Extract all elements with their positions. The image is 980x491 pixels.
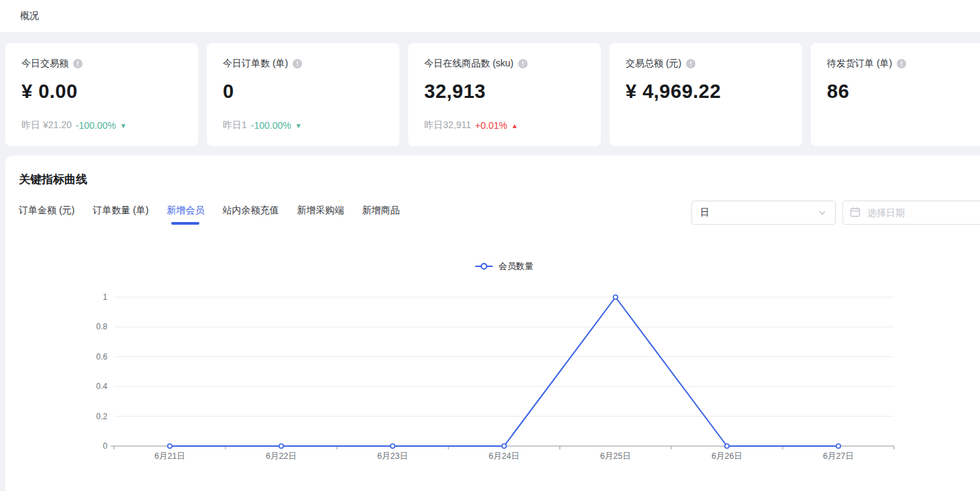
chart-point[interactable] [391, 444, 395, 448]
period-select-value: 日 [700, 207, 709, 219]
trend-down-icon: ▼ [295, 122, 302, 129]
x-axis-tick-label: 6月23日 [377, 451, 408, 461]
topbar: 概况 [0, 0, 980, 32]
calendar-icon [850, 207, 861, 217]
metric-tabs: 订单金额 (元) 订单数量 (单) 新增会员 站内余额充值 新增采购端 新增商品 [19, 205, 399, 225]
stat-card-label-row: 待发货订单 (单) ! [827, 58, 980, 70]
stat-card-label-row: 交易总额 (元) ! [626, 58, 786, 70]
x-axis-tick-label: 6月27日 [823, 451, 854, 461]
trend-change: -100.00% [76, 120, 116, 131]
x-axis-tick-label: 6月21日 [154, 451, 185, 461]
stat-cards-row: 今日交易额 ! ¥ 0.00 昨日 ¥21.20 -100.00% ▼ 今日订单… [0, 43, 980, 146]
trend-change: -100.00% [251, 120, 291, 131]
yesterday-value: 昨日1 [223, 119, 247, 131]
stat-card-value: 0 [223, 80, 383, 103]
y-axis-tick-label: 0.2 [96, 412, 107, 421]
tab-order-amount[interactable]: 订单金额 (元) [19, 205, 75, 225]
chart-legend[interactable]: 会员数量 [114, 260, 894, 272]
stat-card-pending-shipments: 待发货订单 (单) ! 86 [811, 43, 980, 146]
stat-card-today-orders: 今日订单数 (单) ! 0 昨日1 -100.00% ▼ [207, 43, 399, 146]
key-metrics-panel: 关键指标曲线 订单金额 (元) 订单数量 (单) 新增会员 站内余额充值 新增采… [5, 156, 980, 491]
tab-balance-recharge[interactable]: 站内余额充值 [222, 205, 279, 225]
stat-card-label-row: 今日在线商品数 (sku) ! [424, 58, 585, 70]
y-axis-tick-label: 0.4 [96, 382, 107, 391]
info-icon[interactable]: ! [293, 59, 302, 68]
chart-point[interactable] [614, 295, 618, 299]
info-icon[interactable]: ! [686, 59, 695, 68]
line-chart-svg: 00.20.40.60.816月21日6月22日6月23日6月24日6月25日6… [5, 285, 980, 480]
trend-row: 昨日1 -100.00% ▼ [223, 119, 383, 131]
stat-card-label: 今日在线商品数 (sku) [424, 58, 513, 70]
trend-row: 昨日32,911 +0.01% ▲ [424, 119, 585, 131]
y-axis-tick-label: 0 [103, 441, 107, 451]
tab-new-members[interactable]: 新增会员 [166, 205, 204, 225]
tab-new-purchasers[interactable]: 新增采购端 [297, 205, 344, 225]
chart-point[interactable] [168, 444, 172, 448]
section-title: 关键指标曲线 [19, 172, 87, 187]
y-axis-tick-label: 0.8 [96, 322, 107, 331]
y-axis-tick-label: 1 [103, 292, 107, 302]
page-title: 概况 [20, 10, 39, 22]
stat-card-label-row: 今日交易额 ! [21, 58, 182, 70]
tab-new-products[interactable]: 新增商品 [362, 205, 399, 225]
yesterday-value: 昨日32,911 [424, 119, 471, 131]
stat-card-label: 待发货订单 (单) [827, 58, 892, 70]
trend-change: +0.01% [475, 120, 507, 131]
series-line [170, 297, 838, 446]
tab-order-count[interactable]: 订单数量 (单) [93, 205, 148, 225]
trend-down-icon: ▼ [120, 122, 127, 129]
x-axis-tick-label: 6月26日 [712, 451, 742, 461]
stat-card-label: 今日交易额 [21, 58, 68, 70]
y-axis-tick-label: 0.6 [96, 352, 107, 362]
legend-label: 会员数量 [499, 260, 534, 272]
info-icon[interactable]: ! [73, 59, 83, 68]
trend-row: 昨日 ¥21.20 -100.00% ▼ [21, 119, 182, 131]
info-icon[interactable]: ! [518, 59, 528, 68]
stat-card-value: ¥ 4,969.22 [626, 80, 786, 103]
chevron-down-icon [818, 208, 827, 217]
chart-point[interactable] [725, 444, 729, 448]
stat-card-total-transaction: 交易总额 (元) ! ¥ 4,969.22 [609, 43, 802, 146]
stat-card-label-row: 今日订单数 (单) ! [223, 58, 383, 70]
chart-point[interactable] [279, 444, 283, 448]
yesterday-value: 昨日 ¥21.20 [21, 119, 72, 131]
chart-point[interactable] [502, 444, 506, 448]
line-chart: 00.20.40.60.816月21日6月22日6月23日6月24日6月25日6… [5, 285, 980, 480]
stat-card-today-transaction: 今日交易额 ! ¥ 0.00 昨日 ¥21.20 -100.00% ▼ [5, 43, 198, 146]
period-select[interactable]: 日 [691, 201, 836, 225]
stat-card-label: 今日订单数 (单) [223, 58, 288, 70]
x-axis-tick-label: 6月24日 [489, 451, 520, 461]
stat-card-online-skus: 今日在线商品数 (sku) ! 32,913 昨日32,911 +0.01% ▲ [408, 43, 601, 146]
x-axis-tick-label: 6月25日 [600, 451, 631, 461]
stat-card-value: 86 [827, 80, 980, 103]
stat-card-value: ¥ 0.00 [21, 80, 182, 103]
date-picker-input[interactable] [842, 201, 980, 225]
date-picker [842, 201, 980, 225]
stat-card-value: 32,913 [424, 80, 585, 103]
x-axis-tick-label: 6月22日 [266, 451, 297, 461]
trend-up-icon: ▲ [511, 122, 518, 129]
info-icon[interactable]: ! [897, 59, 906, 68]
legend-line-marker-icon [475, 264, 493, 269]
chart-point[interactable] [836, 444, 840, 448]
stat-card-label: 交易总额 (元) [626, 58, 681, 70]
